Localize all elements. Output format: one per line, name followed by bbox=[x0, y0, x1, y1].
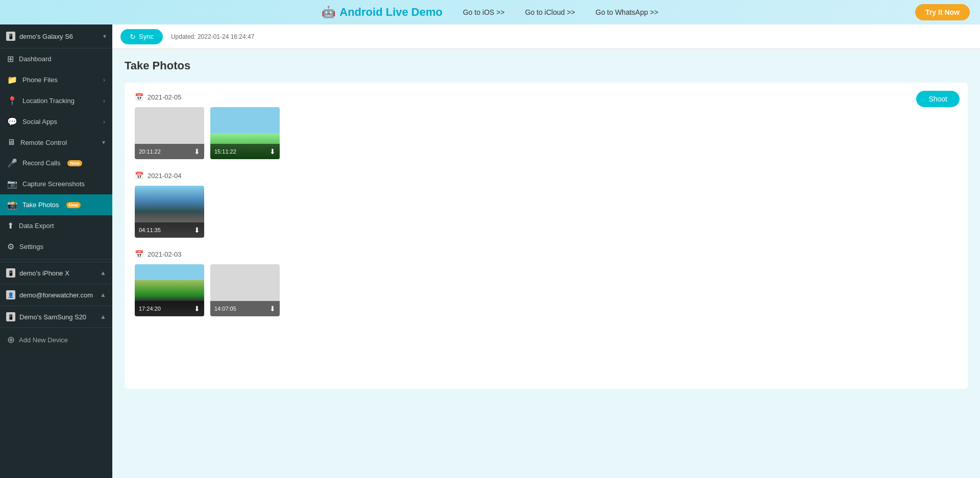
device-name: demo's Galaxy S6 bbox=[19, 33, 73, 40]
take-photos-icon: 📸 bbox=[7, 200, 17, 210]
body-layout: 📱 demo's Galaxy S6 ▾ ⊞ Dashboard 📁 Phone… bbox=[0, 24, 980, 478]
social-apps-icon: 💬 bbox=[7, 117, 17, 127]
calendar-icon: 📅 bbox=[135, 93, 143, 101]
date-header-1: 📅 2021-02-05 bbox=[135, 93, 958, 101]
photos-row-1: 20:11:22 ⬇ 15:11:22 ⬇ bbox=[135, 107, 958, 159]
device-name: Demo's SamSung S20 bbox=[19, 313, 86, 321]
brand: 🤖 Android Live Demo bbox=[322, 6, 443, 19]
sidebar-item-record-calls[interactable]: 🎤 Record Calls New bbox=[0, 153, 112, 173]
arrow-right-icon: › bbox=[103, 118, 105, 125]
sidebar-item-dashboard[interactable]: ⊞ Dashboard bbox=[0, 48, 112, 69]
android-icon: 🤖 bbox=[322, 6, 335, 19]
date-section-2: 📅 2021-02-04 04:11:35 ⬇ bbox=[135, 171, 958, 238]
photo-overlay: 17:24:20 ⬇ bbox=[135, 301, 204, 316]
chevron-up-icon: ▲ bbox=[100, 291, 106, 298]
sidebar-device-galaxy-s6[interactable]: 📱 demo's Galaxy S6 ▾ bbox=[0, 24, 112, 48]
page-title: Take Photos bbox=[125, 59, 968, 72]
device-icon: 📱 bbox=[6, 312, 15, 321]
photo-thumb[interactable]: 04:11:35 ⬇ bbox=[135, 186, 204, 238]
chevron-up-icon: ▲ bbox=[100, 313, 106, 320]
sidebar-account[interactable]: 👤 demo@fonewatcher.com ▲ bbox=[0, 284, 112, 306]
sidebar-item-take-photos[interactable]: 📸 Take Photos New bbox=[0, 194, 112, 215]
sidebar-item-label: Record Calls bbox=[22, 159, 60, 167]
date-label: 2021-02-04 bbox=[148, 172, 182, 180]
download-icon[interactable]: ⬇ bbox=[270, 305, 276, 313]
sidebar-item-label: Phone Files bbox=[22, 76, 58, 84]
arrow-right-icon: › bbox=[103, 77, 105, 84]
photo-thumb[interactable]: 17:24:20 ⬇ bbox=[135, 264, 204, 316]
photo-thumb[interactable]: 20:11:22 ⬇ bbox=[135, 107, 204, 159]
add-icon: ⊕ bbox=[7, 334, 15, 345]
download-icon[interactable]: ⬇ bbox=[194, 226, 200, 234]
header: 🤖 Android Live Demo Go to iOS >> Go to i… bbox=[0, 0, 980, 24]
photo-overlay: 20:11:22 ⬇ bbox=[135, 144, 204, 159]
new-badge: New bbox=[66, 202, 81, 208]
date-section-1: 📅 2021-02-05 20:11:22 ⬇ 15:11:22 bbox=[135, 93, 958, 159]
date-label: 2021-02-03 bbox=[148, 250, 182, 258]
sidebar-device-iphone-x[interactable]: 📱 demo's iPhone X ▲ bbox=[0, 262, 112, 284]
add-new-device-button[interactable]: ⊕ Add New Device bbox=[0, 328, 112, 351]
date-header-2: 📅 2021-02-04 bbox=[135, 171, 958, 180]
capture-screenshot-icon: 📷 bbox=[7, 179, 17, 189]
sidebar-item-label: Location Tracking bbox=[22, 97, 75, 105]
sync-button[interactable]: ↻ Sync bbox=[120, 29, 163, 44]
data-export-icon: ⬆ bbox=[7, 221, 14, 231]
device-chevron-down-icon: ▾ bbox=[103, 33, 106, 40]
phone-files-icon: 📁 bbox=[7, 75, 17, 85]
sidebar-item-label: Social Apps bbox=[22, 118, 57, 125]
sidebar-item-phone-files[interactable]: 📁 Phone Files › bbox=[0, 69, 112, 90]
settings-icon: ⚙ bbox=[7, 242, 14, 251]
date-label: 2021-02-05 bbox=[148, 93, 182, 101]
photo-time: 15:11:22 bbox=[214, 148, 236, 155]
goto-icloud-link[interactable]: Go to iCloud >> bbox=[525, 8, 575, 16]
sync-icon: ↻ bbox=[130, 33, 136, 41]
divider bbox=[0, 259, 112, 260]
sidebar-item-location-tracking[interactable]: 📍 Location Tracking › bbox=[0, 90, 112, 111]
sidebar-item-social-apps[interactable]: 💬 Social Apps › bbox=[0, 111, 112, 132]
sidebar-item-label: Dashboard bbox=[19, 55, 52, 63]
add-device-label: Add New Device bbox=[19, 336, 68, 344]
arrow-right-icon: › bbox=[103, 97, 105, 105]
sidebar-item-label: Data Export bbox=[19, 222, 54, 230]
sidebar-item-label: Capture Screenshots bbox=[22, 180, 85, 188]
content-area: Take Photos Shoot 📅 2021-02-05 20:11:22 … bbox=[112, 49, 980, 478]
record-calls-icon: 🎤 bbox=[7, 158, 17, 168]
sidebar-item-settings[interactable]: ⚙ Settings bbox=[0, 236, 112, 257]
download-icon[interactable]: ⬇ bbox=[270, 147, 276, 156]
sidebar-device-samsung-s20[interactable]: 📱 Demo's SamSung S20 ▲ bbox=[0, 306, 112, 328]
calendar-icon: 📅 bbox=[135, 250, 143, 258]
remote-control-icon: 🖥 bbox=[7, 138, 15, 147]
photo-thumb[interactable]: 14:07:05 ⬇ bbox=[210, 264, 280, 316]
sidebar-item-remote-control[interactable]: 🖥 Remote Control ▾ bbox=[0, 132, 112, 153]
download-icon[interactable]: ⬇ bbox=[194, 147, 200, 156]
sidebar-item-capture-screenshots[interactable]: 📷 Capture Screenshots bbox=[0, 173, 112, 194]
photo-time: 17:24:20 bbox=[139, 306, 161, 312]
sidebar-item-label: Remote Control bbox=[20, 139, 67, 146]
updated-timestamp: Updated: 2022-01-24 16:24:47 bbox=[171, 33, 254, 40]
photo-time: 20:11:22 bbox=[139, 148, 161, 155]
sidebar-item-label: Take Photos bbox=[22, 201, 59, 209]
sidebar-item-label: Settings bbox=[19, 243, 43, 250]
shoot-button[interactable]: Shoot bbox=[916, 91, 960, 107]
chevron-down-icon: ▾ bbox=[102, 139, 105, 146]
toolbar: ↻ Sync Updated: 2022-01-24 16:24:47 bbox=[112, 24, 980, 49]
dashboard-icon: ⊞ bbox=[7, 54, 14, 64]
photo-overlay: 15:11:22 ⬇ bbox=[210, 144, 280, 159]
brand-title: Android Live Demo bbox=[339, 6, 443, 19]
photo-thumb[interactable]: 15:11:22 ⬇ bbox=[210, 107, 280, 159]
goto-whatsapp-link[interactable]: Go to WhatsApp >> bbox=[596, 8, 658, 16]
device-icon: 📱 bbox=[6, 32, 15, 41]
date-header-3: 📅 2021-02-03 bbox=[135, 250, 958, 258]
sidebar-item-data-export[interactable]: ⬆ Data Export bbox=[0, 215, 112, 236]
account-icon: 👤 bbox=[6, 290, 15, 299]
sidebar: 📱 demo's Galaxy S6 ▾ ⊞ Dashboard 📁 Phone… bbox=[0, 24, 112, 478]
device-icon: 📱 bbox=[6, 268, 15, 278]
account-email: demo@fonewatcher.com bbox=[19, 291, 93, 299]
photo-overlay: 14:07:05 ⬇ bbox=[210, 301, 280, 316]
photos-panel: Shoot 📅 2021-02-05 20:11:22 ⬇ bbox=[125, 83, 968, 389]
goto-ios-link[interactable]: Go to iOS >> bbox=[463, 8, 505, 16]
location-icon: 📍 bbox=[7, 96, 17, 106]
try-it-now-button[interactable]: Try It Now bbox=[915, 4, 970, 20]
photo-time: 14:07:05 bbox=[214, 306, 236, 312]
download-icon[interactable]: ⬇ bbox=[194, 305, 200, 313]
